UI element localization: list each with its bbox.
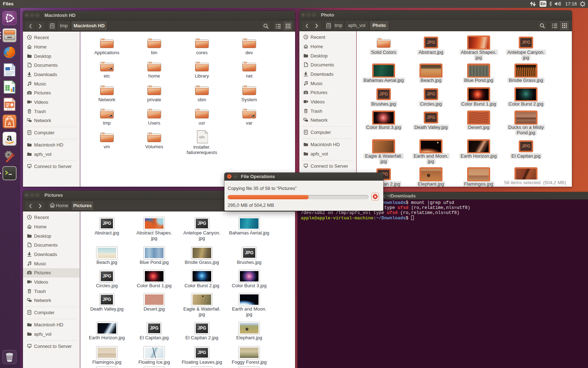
svg-text:A: A xyxy=(8,121,11,126)
svg-text:a: a xyxy=(7,132,12,143)
